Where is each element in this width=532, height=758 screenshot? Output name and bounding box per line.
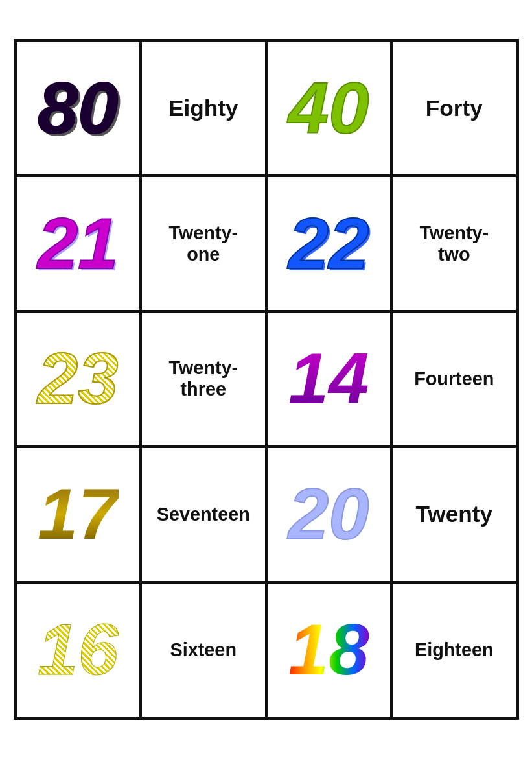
word-sixteen: Sixteen (170, 639, 237, 661)
number-grid: 80 Eighty 40 Forty 21 Twenty- one 22 Twe… (14, 39, 519, 720)
word-seventeen: Seventeen (157, 504, 250, 525)
word-twenty-one: Twenty- one (168, 222, 238, 265)
cell-14-num: 14 (266, 311, 392, 447)
cell-22-num: 22 (266, 176, 392, 311)
number-40: 40 (288, 72, 369, 145)
word-eighty: Eighty (168, 95, 238, 121)
cell-eighty-word: Eighty (141, 41, 266, 176)
number-14: 14 (288, 342, 369, 415)
cell-fourteen-word: Fourteen (391, 311, 517, 447)
number-20: 20 (288, 478, 369, 551)
cell-sixteen-word: Sixteen (141, 582, 266, 718)
word-fourteen: Fourteen (414, 368, 494, 390)
word-eighteen: Eighteen (415, 639, 494, 661)
number-23: 23 (38, 342, 119, 415)
cell-40-num: 40 (266, 41, 392, 176)
cell-23-num: 23 (16, 311, 141, 447)
cell-eighteen-word: Eighteen (391, 582, 517, 718)
cell-20-num: 20 (266, 447, 392, 582)
number-18: 18 (288, 613, 369, 686)
cell-seventeen-word: Seventeen (141, 447, 266, 582)
cell-twenty-one-word: Twenty- one (141, 176, 266, 311)
cell-17-num: 17 (16, 447, 141, 582)
number-16: 16 (38, 613, 119, 686)
cell-twenty-word: Twenty (391, 447, 517, 582)
cell-twenty-three-word: Twenty- three (141, 311, 266, 447)
cell-forty-word: Forty (391, 41, 517, 176)
number-22: 22 (288, 207, 369, 280)
cell-21-num: 21 (16, 176, 141, 311)
word-twenty-three: Twenty- three (168, 357, 238, 400)
cell-16-num: 16 (16, 582, 141, 718)
number-80: 80 (38, 72, 119, 145)
word-twenty-two: Twenty- two (419, 222, 489, 265)
number-21: 21 (38, 207, 119, 280)
number-17: 17 (38, 478, 119, 551)
word-forty: Forty (426, 95, 483, 121)
cell-18-num: 18 (266, 582, 392, 718)
word-twenty: Twenty (415, 501, 492, 527)
cell-twenty-two-word: Twenty- two (391, 176, 517, 311)
cell-80-num: 80 (16, 41, 141, 176)
